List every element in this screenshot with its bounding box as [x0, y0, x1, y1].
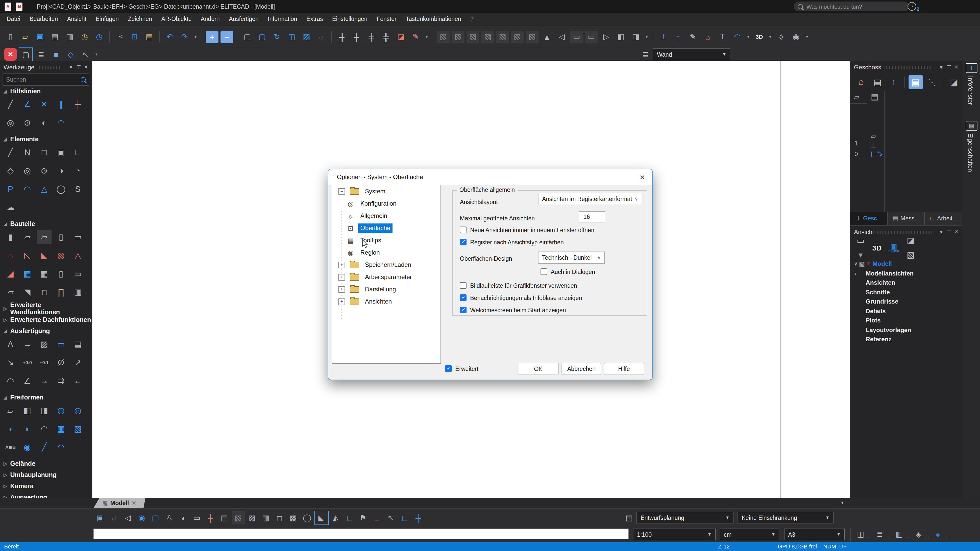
tool-icon-icon[interactable]: ◨ [37, 403, 52, 417]
viewport-split-icon[interactable]: ▭ [190, 511, 204, 524]
tool-icon-icon[interactable]: ⊙ [37, 164, 52, 178]
layer-select-icon[interactable]: ≣ [35, 48, 48, 61]
tool-icon-icon[interactable]: ◎ [3, 116, 18, 130]
sidebar-tab[interactable]: ▤Mess... [888, 212, 925, 225]
tool-icon-icon[interactable]: ▤ [70, 337, 85, 351]
zoom-in-icon[interactable]: + [206, 30, 218, 43]
options-tree-item[interactable]: ◎Konfiguration [332, 197, 441, 210]
section-header[interactable]: ▷Erweiterte Wandfunktionen [0, 303, 92, 314]
edit-contour-icon[interactable]: ✎ [409, 30, 422, 43]
group-more-icon[interactable]: ∙∙∙ [886, 535, 891, 539]
section-header[interactable]: ◢Elemente [0, 134, 92, 145]
paint-icon[interactable]: ✎ [687, 30, 699, 43]
save-file-icon[interactable]: ▣ [34, 30, 46, 43]
tool-icon-icon[interactable]: ∠ [20, 97, 35, 111]
storey-number[interactable]: 0 [854, 151, 858, 158]
cut-icon[interactable]: ✂ [113, 30, 126, 43]
tools-search-input[interactable]: Suchen [3, 73, 89, 86]
view-more-icon[interactable]: ▾ [644, 30, 649, 43]
tool-icon-icon[interactable]: ▯ [54, 267, 68, 281]
tool-icon-icon[interactable]: ▦ [37, 267, 52, 281]
layers-icon[interactable]: ≣ [639, 48, 652, 61]
drag-handle[interactable] [885, 65, 932, 68]
copy-element-icon[interactable]: ▢ [256, 30, 269, 43]
menu-item[interactable]: Einstellungen [328, 13, 372, 25]
tool-icon-icon[interactable]: A⊕B [3, 440, 18, 454]
options-tree-item[interactable]: ◉Region [332, 246, 441, 259]
options-tree-item[interactable]: +Speichern/Laden [332, 259, 441, 271]
tool-icon-icon[interactable]: ↘ [3, 356, 18, 369]
component-combo[interactable]: Wand▼ [653, 48, 730, 60]
options-tree-item[interactable]: −System [332, 185, 441, 197]
workplane-icon[interactable]: ⊥ [657, 30, 670, 43]
walk-through-icon[interactable]: ♙ [162, 511, 176, 524]
select-frame-icon[interactable]: ▢ [241, 30, 254, 43]
view-tree-item[interactable]: Grundrisse [853, 297, 962, 306]
tool-icon-icon[interactable]: ◎ [70, 403, 85, 417]
tool-icon-icon[interactable]: ▭ [70, 230, 85, 244]
tool-icon-icon[interactable]: ╱ [3, 145, 18, 159]
tool-icon-icon[interactable]: ◠ [3, 374, 18, 388]
menu-item[interactable]: Extras [302, 13, 328, 25]
tool-icon-icon[interactable]: ╱ [3, 97, 18, 111]
group-more-icon[interactable]: ∙∙∙ [906, 535, 910, 539]
tool-icon-icon[interactable]: ⇉ [54, 374, 68, 388]
align-icon[interactable]: ╬ [380, 30, 393, 43]
menu-item[interactable]: Fenster [372, 13, 401, 25]
tool-icon-icon[interactable]: ◠ [54, 440, 68, 454]
view-tree-item[interactable]: Layoutvorlagen [853, 325, 962, 335]
open-file-icon[interactable]: ▱ [19, 30, 32, 43]
copy-view-right-icon[interactable]: ◨ [629, 30, 642, 43]
checkbox-icon[interactable] [445, 365, 452, 372]
arc-tool-icon[interactable]: ◠ [731, 30, 744, 43]
menu-item[interactable]: Einfügen [91, 13, 123, 25]
section-header[interactable]: ▷Erweiterte Dachfunktionen [0, 314, 92, 326]
tool-icon-icon[interactable]: +0.1 [37, 356, 52, 369]
menu-item[interactable]: Ansicht [62, 13, 91, 25]
paste-icon[interactable]: ▤ [143, 30, 156, 43]
view-box-2-icon[interactable]: ▭ [585, 30, 598, 43]
section-header[interactable]: ▷Umbauplanung [0, 469, 92, 481]
ok-button[interactable]: OK [517, 363, 559, 375]
sidebar-tab[interactable]: ⊥Gesc... [850, 212, 888, 225]
paper-combo[interactable]: A3▼ [784, 529, 845, 540]
checkbox-register-einfaerben[interactable]: Register nach Ansichtstyp einfärben [460, 239, 564, 245]
axis-pick-icon[interactable]: ↖ [384, 511, 397, 524]
view-tree-item[interactable]: Ansichten [853, 278, 962, 287]
tool-icon-icon[interactable]: ▱ [20, 230, 35, 244]
tool-icon-icon[interactable]: ▭ [54, 337, 68, 351]
menu-item[interactable]: Ausfertigen [224, 13, 263, 25]
axis-red-icon[interactable]: ∟ [370, 511, 383, 524]
t-square-icon[interactable]: ⊤ [716, 30, 729, 43]
viewport-icon[interactable]: ▭ [853, 233, 868, 248]
copy-view-left-icon[interactable]: ◧ [614, 30, 627, 43]
building-icon[interactable]: ▤ [871, 92, 878, 102]
tool-icon-icon[interactable]: A [3, 337, 18, 351]
tool-icon-icon[interactable]: ◐ [37, 116, 52, 130]
trim-icon[interactable]: ┼ [350, 30, 363, 43]
menu-item[interactable]: Zeichnen [123, 13, 157, 25]
print-icon[interactable]: ▤ [48, 30, 61, 43]
tool-icon-icon[interactable]: ⊓ [37, 285, 52, 299]
view-tree-item[interactable]: Details [853, 306, 962, 316]
3d-more-icon[interactable]: ▾ [768, 30, 773, 43]
storey-grid[interactable]: ▱ ▤ 1 0 ▱ ⊥ ⊢✎ [850, 91, 962, 212]
plan-phase-combo[interactable]: Entwurfsplanung▼ [636, 512, 733, 524]
menu-item[interactable]: Tastenkombinationen [401, 13, 466, 25]
group-more-icon[interactable]: ∙∙∙ [867, 535, 872, 539]
section-header[interactable]: ▷Kamera [0, 481, 92, 492]
shading-grid-icon[interactable]: ▩ [286, 511, 300, 524]
options-tree-item[interactable]: ☼Allgemein [332, 210, 441, 222]
options-tree-item[interactable]: +Arbeitsparameter [332, 271, 441, 283]
view-next-icon[interactable]: ▷ [600, 30, 612, 43]
zoom-out-icon[interactable]: − [221, 30, 233, 43]
tool-icon-icon[interactable]: ┼ [70, 97, 85, 111]
storey-settings-icon[interactable]: ▤ [870, 75, 885, 89]
checkbox-benachrichtigungen[interactable]: Benachrichtigungen als Infoblase anzeige… [460, 294, 582, 301]
level-edit-icon[interactable]: ⊢✎ [871, 150, 883, 158]
plot-edit-icon[interactable]: ▤ [218, 511, 231, 524]
tool-icon-icon[interactable]: △ [70, 248, 85, 262]
options-tree-item[interactable]: ▤Tooltips [332, 234, 441, 246]
render-icon[interactable]: ● [932, 528, 944, 540]
add-select-icon[interactable]: ↖ [79, 48, 92, 61]
